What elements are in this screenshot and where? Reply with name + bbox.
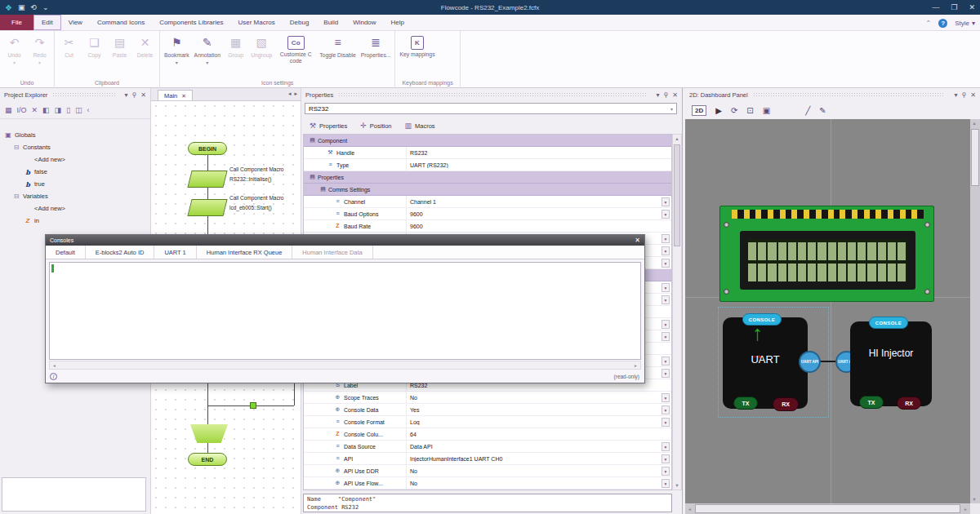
hi-injector-component[interactable]: HI Injector (850, 321, 932, 406)
dashboard-toolbar-icon[interactable]: ▣ (763, 106, 770, 115)
property-row[interactable]: ⊕ API Use DDR No ▾ (304, 465, 671, 477)
properties-header[interactable]: Properties ▾ ⚲ ✕ (301, 88, 682, 101)
title-bar[interactable]: ❖ ▣ ⟲ ⌄ Flowcode - RS232_Example2.fcfx —… (0, 0, 980, 15)
property-row[interactable]: ≡ API InjectorHumanInterface1 UART CH0 ▾ (304, 453, 671, 465)
ribbon-button[interactable]: ↷ Redo ▾ (27, 33, 52, 79)
style-menu[interactable]: Style ▾ (955, 20, 975, 27)
scrollbar-thumb[interactable] (695, 504, 960, 513)
pin-icon[interactable]: ⚲ (663, 91, 668, 99)
tree-item[interactable]: b true (0, 178, 150, 190)
scroll-right-icon[interactable]: ▸ (631, 361, 640, 369)
project-explorer-header[interactable]: Project Explorer ▾ ⚲ ✕ (0, 88, 150, 101)
chevron-down-icon[interactable]: ▾ (656, 91, 659, 99)
scroll-up-icon[interactable]: ▲ (970, 119, 978, 127)
ribbon-button[interactable]: ≣ Properties... ▾ (359, 33, 394, 79)
injector-tx-badge[interactable]: TX (859, 396, 884, 409)
property-row[interactable]: ▤ Component ▾ (304, 135, 671, 147)
quickbar-caret-icon[interactable]: ⌄ (42, 3, 49, 11)
menu-item[interactable]: Command Icons (90, 15, 152, 30)
ribbon-button[interactable]: ▧ Ungroup ▾ (248, 33, 274, 79)
explorer-toolbar-icon[interactable]: ◫ (75, 106, 82, 114)
tab-main[interactable]: Main ✕ (158, 90, 193, 100)
dashboard-toolbar-icon[interactable]: ╱ (805, 106, 810, 115)
scroll-left-icon[interactable]: ◂ (685, 503, 694, 514)
console-tab[interactable]: E-blocks2 Auto ID (86, 246, 155, 259)
scrollbar-track[interactable] (59, 361, 631, 369)
injector-console-badge[interactable]: CONSOLE (869, 317, 908, 329)
dropdown-arrow-icon[interactable]: ▾ (662, 479, 670, 488)
tree-item[interactable]: b false (0, 166, 150, 178)
lcd-display-component[interactable] (719, 206, 934, 302)
ribbon-button[interactable]: ▦ Group ▾ (223, 33, 248, 79)
menu-item[interactable]: View (61, 15, 90, 30)
tree-item[interactable]: ▣ Globals (0, 129, 150, 141)
collapse-ribbon-icon[interactable]: ⌃ (925, 20, 931, 27)
property-row[interactable]: ⊕ API Use Flow... No ▾ (304, 477, 671, 490)
explorer-toolbar-icon[interactable]: ▯ (66, 106, 70, 114)
property-row[interactable]: ▤ Comms Settings ▾ (304, 184, 671, 196)
ribbon-button[interactable]: ⚑ Bookmark ▾ (162, 33, 192, 79)
flow-macro-block-rs232[interactable] (187, 171, 227, 188)
dropdown-arrow-icon[interactable]: ▾ (662, 467, 670, 476)
scrollbar-thumb[interactable] (674, 144, 680, 246)
explorer-toolbar-icon[interactable]: ‹ (87, 106, 90, 114)
dashboard-toolbar-icon[interactable]: ▶ (715, 106, 722, 115)
property-row[interactable]: Z Baud Rate 9600 ▾ (304, 220, 671, 233)
menu-item[interactable]: Components Libraries (152, 15, 230, 30)
menu-item[interactable]: File (0, 15, 33, 30)
property-row[interactable]: ⊕ Scope Traces No ▾ (304, 392, 671, 404)
property-row[interactable]: ⊕ Console Data Yes ▾ (304, 404, 671, 416)
uart-rx-badge[interactable]: RX (773, 397, 799, 411)
close-button[interactable]: ✕ (969, 3, 975, 11)
ribbon-button[interactable]: ✎ Annotation ▾ (192, 33, 224, 79)
tab-close-icon[interactable]: ✕ (181, 93, 186, 100)
close-icon[interactable]: ✕ (970, 91, 976, 99)
chevron-down-icon[interactable]: ▾ (124, 91, 127, 99)
property-row[interactable]: ≡ Baud Options 9600 ▾ (304, 208, 671, 220)
dropdown-arrow-icon[interactable]: ▾ (662, 210, 670, 219)
flow-selected-node[interactable] (250, 402, 256, 409)
explorer-detail-panel[interactable] (2, 477, 146, 512)
pin-icon[interactable]: ⚲ (961, 91, 966, 99)
ribbon-button[interactable]: Co Customize C code ▾ (274, 33, 317, 79)
ribbon-button[interactable]: ✂ Cut ▾ (56, 33, 82, 79)
close-icon[interactable]: ✕ (635, 237, 640, 244)
console-tab[interactable]: Human Interface RX Queue (197, 246, 293, 259)
dashboard-v-scrollbar[interactable]: ▲ ▼ (970, 119, 980, 503)
flow-end-block[interactable]: END (188, 453, 227, 466)
ribbon-button[interactable]: ▤ Paste ▾ (107, 33, 132, 79)
uart-api-port[interactable]: UART API (799, 351, 821, 373)
close-icon[interactable]: ✕ (140, 91, 146, 99)
menu-item[interactable]: Debug (283, 15, 317, 30)
restore-button[interactable]: ❐ (951, 3, 957, 11)
ribbon-button[interactable]: ≡ Toggle Disable ▾ (317, 33, 359, 79)
help-icon[interactable]: ? (938, 19, 947, 28)
dropdown-arrow-icon[interactable]: ▾ (662, 454, 670, 463)
flow-begin-block[interactable]: BEGIN (188, 142, 227, 155)
minimize-button[interactable]: — (932, 3, 939, 11)
scroll-down-icon[interactable]: ▼ (970, 495, 978, 503)
dropdown-arrow-icon[interactable]: ▾ (662, 283, 670, 292)
property-row[interactable]: ⚒ Handle RS232 ▾ (304, 147, 671, 159)
flow-loop-end-block[interactable] (190, 424, 228, 443)
dashboard-h-scrollbar[interactable]: ◂ ▸ (685, 503, 970, 514)
dropdown-arrow-icon[interactable]: ▾ (662, 418, 670, 427)
pin-icon[interactable]: ⚲ (131, 91, 136, 99)
undo-quick-icon[interactable]: ⟲ (30, 3, 37, 11)
panel-grip[interactable] (753, 92, 946, 98)
property-row[interactable]: ≡ Type UART (RS232) ▾ (304, 159, 671, 171)
component-name-field[interactable]: RS232 ▾ (305, 103, 677, 114)
explorer-toolbar-icon[interactable]: I/O (17, 106, 27, 114)
dropdown-arrow-icon[interactable]: ▾ (662, 357, 670, 366)
property-row[interactable]: ≡ Channel Channel 1 ▾ (304, 196, 671, 208)
tree-item[interactable]: ⊟ Constants (0, 141, 150, 153)
console-output-area[interactable] (49, 262, 641, 360)
console-tab[interactable]: Default (46, 246, 86, 259)
ribbon-button[interactable]: ↶ Undo ▾ (2, 33, 27, 79)
dropdown-arrow-icon[interactable]: ▾ (662, 405, 670, 414)
consoles-dialog[interactable]: Consoles ✕ DefaultE-blocks2 Auto IDUART … (45, 234, 645, 383)
dashboard-canvas[interactable]: ↑ → UART CONSOLE TX RX UART API UART API… (685, 119, 970, 503)
tree-item[interactable]: <Add new> (0, 202, 150, 215)
dropdown-arrow-icon[interactable]: ▾ (662, 393, 670, 402)
explorer-toolbar-icon[interactable]: ▦ (5, 106, 12, 114)
